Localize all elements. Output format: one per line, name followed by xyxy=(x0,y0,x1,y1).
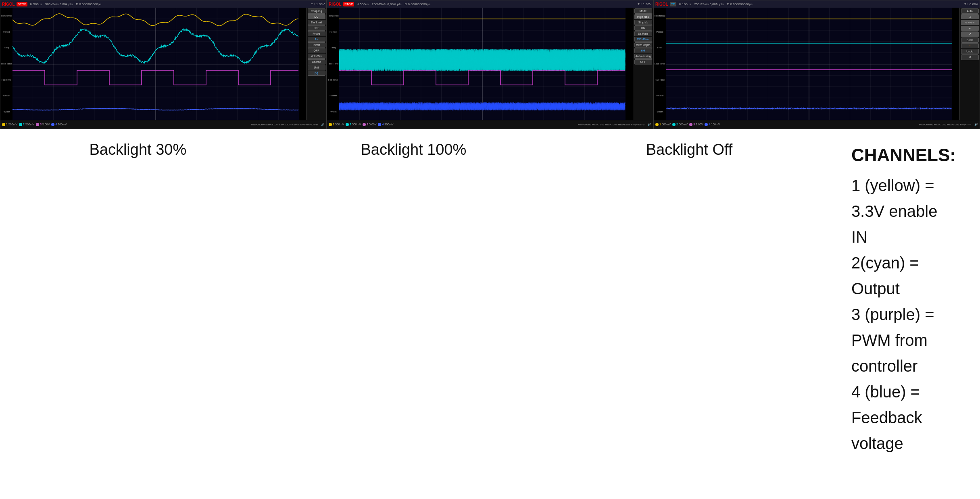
freq-label: Freq xyxy=(331,46,336,49)
sample-info: 250MSa/s 6,00M pts xyxy=(694,2,724,6)
right-panel-button[interactable]: Coupling xyxy=(308,8,325,14)
channel-indicator-4: 4 300mV xyxy=(51,123,67,126)
channel-value: 500mV xyxy=(25,123,34,126)
right-panel-button[interactable]: ↗ xyxy=(961,31,979,37)
right-panel-button[interactable]: Invert xyxy=(308,42,325,48)
scope-topbar: RIGOL STOP H 500us 500kSa/s 3,00k pts D … xyxy=(0,0,326,8)
right-panel-button[interactable]: Volts/Div xyxy=(308,54,325,59)
channel-dot xyxy=(672,123,676,126)
channel-dot xyxy=(51,123,54,126)
channel-num: 4 xyxy=(382,123,384,126)
delay-info: D 0.000000000ps xyxy=(76,2,101,6)
waveform-display xyxy=(339,8,626,121)
waveform-canvas xyxy=(13,8,299,121)
trigger-info: T ↑ 1.30V xyxy=(311,2,325,6)
right-panel-button[interactable]: Back xyxy=(961,37,979,43)
right-panel-button[interactable]: DC xyxy=(308,14,325,19)
right-panel-button[interactable]: 6M xyxy=(634,48,652,53)
channel-num: 2 xyxy=(350,123,351,126)
channel-info-line-4: 4 (blue) = Feedback voltage xyxy=(851,379,956,456)
channels-info: CHANNELS:1 (yellow) = 3.3V enable IN2(cy… xyxy=(827,133,980,464)
scope-panel-1: RIGOL STOP H 500us 500kSa/s 3,00k pts D … xyxy=(0,0,327,129)
right-panel-button[interactable]: High Res xyxy=(634,14,652,19)
measurements: Max=200mV Max=3.16V Max=3.20V Max=8.92V … xyxy=(578,123,644,126)
right-panel-button[interactable]: Coarse xyxy=(308,59,325,64)
horizontal-label: Horizontal xyxy=(1,15,12,17)
speaker-icon: 🔊 xyxy=(321,123,325,126)
right-panel-button[interactable]: BW Limit xyxy=(308,20,325,25)
right-panel-button[interactable]: Anti-aliasing xyxy=(634,54,652,59)
channel-num: 3 xyxy=(693,123,695,126)
risetime-label: Rise Time xyxy=(328,62,339,65)
right-panel-button[interactable]: ↺ xyxy=(961,54,979,60)
channel-indicator-3: 3 2.00V xyxy=(689,123,703,126)
svg-rect-0 xyxy=(13,8,299,121)
channels-title: CHANNELS: xyxy=(851,141,956,169)
right-panel-button[interactable]: □ xyxy=(961,14,979,19)
channel-value: 500mV xyxy=(679,123,688,126)
svg-rect-25 xyxy=(339,8,626,121)
right-panel-button[interactable]: Undo xyxy=(961,49,979,54)
channel-dot xyxy=(36,123,39,126)
neg-width-label: -Width xyxy=(656,110,663,113)
channel-dot xyxy=(655,123,659,126)
channel-dot xyxy=(19,123,22,126)
right-panel-button[interactable]: Auto xyxy=(961,8,979,14)
channel-labels: Horizontal Period Freq Rise Time Fall Ti… xyxy=(327,8,339,120)
channel-info-line-3: 3 (purple) = PWM from controller xyxy=(851,301,956,379)
right-panel-button[interactable]: Sin(x)/x xyxy=(634,20,652,25)
channel-value: 5.00V xyxy=(369,123,376,126)
channel-dot xyxy=(363,123,366,126)
channel-dot xyxy=(689,123,692,126)
waveform-canvas xyxy=(339,8,626,121)
horizontal-label: Horizontal xyxy=(327,15,338,17)
sample-info: 500kSa/s 3,00k pts xyxy=(45,2,73,6)
period-label: Period xyxy=(329,31,336,33)
scope-bottombar: 1 500mV 2 500mV 3 5.00V 4 xyxy=(327,120,653,129)
channel-num: 2 xyxy=(23,123,25,126)
right-panel-button[interactable]: 1× xyxy=(308,37,325,42)
scope-panel-2: RIGOL STOP H 500us 250MSa/s 6,00M pts D … xyxy=(327,0,653,129)
right-panel-button[interactable]: ON xyxy=(634,25,652,31)
channel-dot xyxy=(705,123,708,126)
channel-value: 300mV xyxy=(384,123,393,126)
svg-rect-50 xyxy=(666,8,952,121)
right-panel-button[interactable]: OFF xyxy=(308,25,325,31)
right-panel-button[interactable]: OFF xyxy=(634,59,652,64)
timebase-info: H 500us xyxy=(357,2,369,6)
right-panel-button[interactable]: Mem Depth xyxy=(634,42,652,48)
mode-badge: TD xyxy=(670,2,677,6)
right-panel-button[interactable]: Sa Rate xyxy=(634,31,652,36)
channel-num: 4 xyxy=(55,123,57,126)
mode-badge: STOP xyxy=(17,2,28,6)
rigol-logo: RIGOL xyxy=(655,2,668,6)
caption-2: Backlight 100% xyxy=(276,133,552,464)
channel-value: 500mV xyxy=(335,123,344,126)
right-panel-button[interactable]: Probe xyxy=(308,31,325,36)
channel-dot xyxy=(2,123,5,126)
caption-3: Backlight Off xyxy=(551,133,827,464)
waveform-display xyxy=(666,8,952,121)
waveform-display xyxy=(13,8,299,121)
right-panel-button[interactable]: 250MSa/s xyxy=(634,37,652,42)
falltime-label: Fall Time xyxy=(655,79,665,81)
right-panel-button[interactable]: ~ xyxy=(961,26,979,31)
freq-label: Freq xyxy=(4,46,9,49)
right-panel-button[interactable]: Unit xyxy=(308,65,325,70)
waveform-canvas xyxy=(666,8,952,121)
right-panel-button[interactable]: ∿∿∿∿ xyxy=(961,20,979,25)
channel-indicator-3: 3 5.00V xyxy=(363,123,376,126)
channel-indicator-1: 1 500mV xyxy=(2,123,17,126)
right-panel-button[interactable]: Mode xyxy=(634,8,652,14)
channel-indicator-1: 1 500mV xyxy=(655,123,671,126)
scope-bottombar: 1 500mV 2 500mV 3 5.00V 4 xyxy=(0,120,326,129)
channel-labels: Horizontal Period Freq Rise Time Fall Ti… xyxy=(0,8,13,120)
right-panel-button[interactable]: ← xyxy=(961,43,979,48)
rigol-logo: RIGOL xyxy=(2,2,15,6)
delay-info: D 0.000000000ps xyxy=(405,2,430,6)
right-panel-button[interactable]: [V] xyxy=(308,71,325,76)
channel-value: 2.00V xyxy=(696,123,703,126)
channel-num: 1 xyxy=(659,123,661,126)
falltime-label: Fall Time xyxy=(328,79,338,81)
right-panel-button[interactable]: OFF xyxy=(308,48,325,53)
